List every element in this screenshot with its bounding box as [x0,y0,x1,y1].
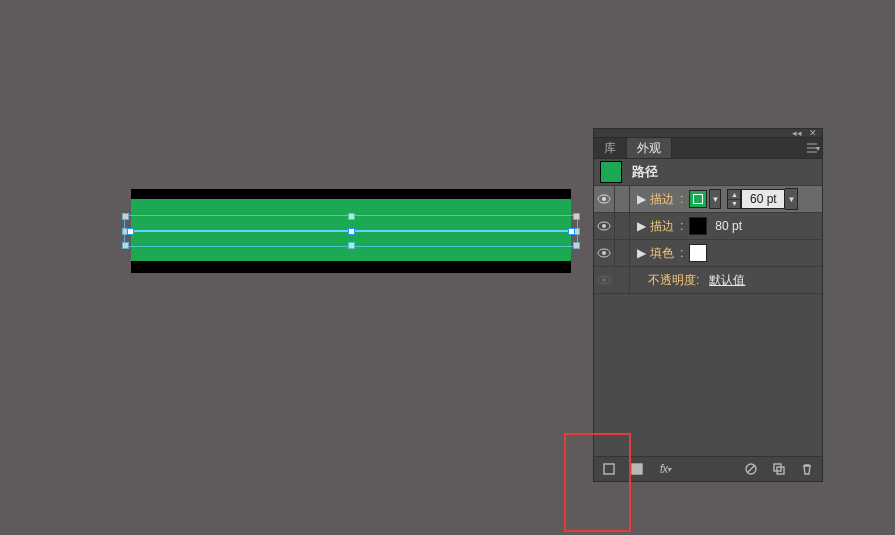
selection-thumbnail [600,161,622,183]
stroke-weight-stepper[interactable]: ▲ ▼ [727,189,741,209]
appearance-row-fill[interactable]: ▶ 填色 : [594,240,822,267]
selection-handle[interactable] [573,213,580,220]
selection-handle[interactable] [348,242,355,249]
panel-grip[interactable]: ◂◂ ✕ [594,129,822,138]
path-anchor[interactable] [127,228,134,235]
tab-appearance[interactable]: 外观 [627,138,672,158]
tab-label: 外观 [637,141,661,155]
visibility-toggle-icon[interactable] [594,213,615,239]
add-effect-icon[interactable]: fx▾ [656,460,674,478]
expand-row-icon[interactable]: ▶ [634,219,648,233]
duplicate-item-icon[interactable] [770,460,788,478]
panel-menu-icon[interactable]: ▾ [804,138,822,158]
collapse-panel-icon[interactable]: ◂◂ [792,129,802,137]
svg-point-1 [602,197,606,201]
attribute-label: 描边 [650,191,674,208]
attribute-label: 不透明度 [648,272,696,289]
path-anchor[interactable] [348,228,355,235]
svg-point-3 [602,224,606,228]
svg-rect-9 [632,464,642,474]
svg-rect-8 [604,464,614,474]
appearance-row-stroke[interactable]: ▶ 描边 : ▼ ▲ ▼ ▼ [594,186,822,213]
tab-library[interactable]: 库 [594,138,627,158]
svg-line-11 [748,466,755,473]
opacity-value-link[interactable]: 默认值 [709,272,745,289]
selection-handle[interactable] [348,213,355,220]
visibility-toggle-icon[interactable] [594,186,615,212]
new-fill-icon[interactable] [628,460,646,478]
visibility-toggle-icon[interactable] [594,267,615,293]
stroke-weight-text: 80 pt [715,219,742,233]
stepper-up-icon[interactable]: ▲ [728,190,740,200]
delete-item-icon[interactable] [798,460,816,478]
close-panel-icon[interactable]: ✕ [808,129,818,137]
appearance-row-opacity[interactable]: 不透明度 : 默认值 [594,267,822,294]
selection-handle[interactable] [122,213,129,220]
path-anchor[interactable] [568,228,575,235]
stepper-down-icon[interactable]: ▼ [728,200,740,209]
fill-color-swatch[interactable] [689,244,707,262]
panel-group: ◂◂ ✕ 库 外观 ▾ 路径 ▶ 描边 : [593,128,823,482]
label-colon: : [680,192,683,206]
expand-row-icon[interactable]: ▶ [634,246,648,260]
clear-appearance-icon[interactable] [742,460,760,478]
selection-handle[interactable] [122,242,129,249]
target-column[interactable] [615,186,630,212]
attribute-label: 描边 [650,218,674,235]
attribute-label: 填色 [650,245,674,262]
label-colon: : [696,273,699,287]
visibility-toggle-icon[interactable] [594,240,615,266]
stroke-weight-input[interactable] [741,189,785,209]
selection-handle[interactable] [573,242,580,249]
appearance-panel-footer: fx▾ [594,456,822,481]
label-colon: : [680,219,683,233]
panel-tabs: 库 外观 ▾ [594,138,822,159]
selection-type-label: 路径 [632,163,658,181]
stroke-weight-dropdown-icon[interactable]: ▼ [785,188,798,210]
appearance-selection-row: 路径 [594,159,822,186]
target-column[interactable] [615,213,630,239]
expand-row-icon[interactable]: ▶ [634,192,648,206]
canvas-selected-object[interactable] [131,189,571,273]
stroke-color-dropdown-icon[interactable]: ▼ [709,189,721,209]
tab-label: 库 [604,141,616,155]
appearance-row-stroke[interactable]: ▶ 描边 : 80 pt [594,213,822,240]
svg-point-5 [602,251,606,255]
target-column[interactable] [615,267,630,293]
appearance-attribute-list: ▶ 描边 : ▼ ▲ ▼ ▼ ▶ 描边 : 80 pt [594,186,822,456]
stroke-color-swatch[interactable] [689,217,707,235]
stroke-color-swatch[interactable] [689,190,707,208]
svg-point-7 [602,278,606,282]
label-colon: : [680,246,683,260]
new-stroke-icon[interactable] [600,460,618,478]
fx-label: fx [660,462,667,476]
target-column[interactable] [615,240,630,266]
